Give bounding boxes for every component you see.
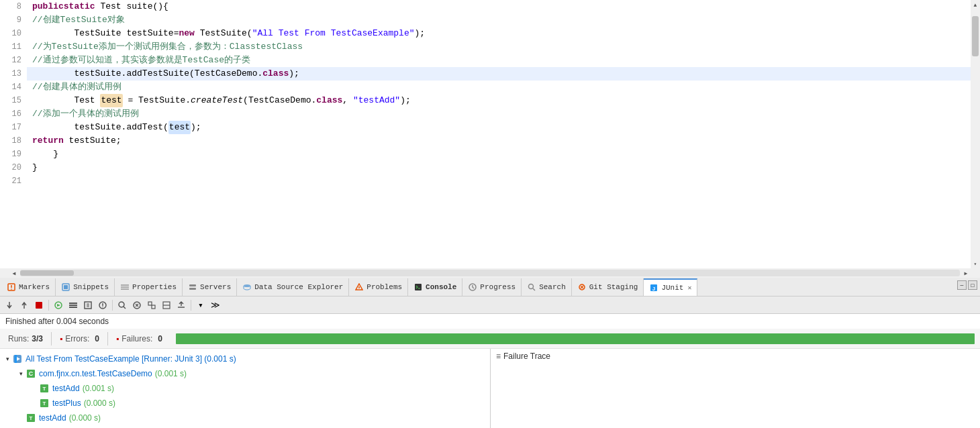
line-number: 15 (0, 94, 21, 107)
svg-point-10 (244, 284, 250, 287)
line-number: 19 (0, 148, 21, 161)
toolbar-btn-1[interactable] (3, 299, 16, 312)
toolbar-btn-11[interactable] (160, 299, 173, 312)
toolbar-btn-9[interactable] (130, 299, 144, 312)
tab-problems[interactable]: Problems (349, 278, 408, 296)
runs-label: Runs: (8, 334, 29, 343)
toolbar-dropdown-btn[interactable]: ▾ (194, 299, 207, 312)
svg-rect-31 (148, 302, 152, 305)
h-scroll-right[interactable]: ▶ (961, 268, 971, 278)
toolbar-btn-10[interactable] (145, 299, 158, 312)
tab-progress[interactable]: Progress (462, 278, 522, 296)
failure-trace-title: Failure Trace (503, 352, 550, 361)
code-lines: public static Test suite(){ //创建TestSuit… (27, 0, 971, 268)
code-line (27, 174, 971, 188)
toolbar-btn-6[interactable] (81, 299, 95, 312)
toolbar-btn-7[interactable] (96, 299, 109, 312)
code-line: //添加一个具体的测试用例 (27, 107, 971, 121)
tree-item-time: (0.001 s) (155, 369, 187, 378)
scrollbar-thumb[interactable] (972, 16, 979, 56)
failures-section: ▪ Failures: 0 (108, 329, 170, 348)
suite-icon (12, 354, 23, 364)
failure-trace-header: ≡Failure Trace (496, 352, 975, 361)
datasource-icon (242, 282, 252, 292)
toolbar-search-btn[interactable] (115, 299, 129, 312)
svg-line-29 (124, 307, 126, 309)
tab-label-console: Console (426, 283, 456, 291)
runs-section: Runs: 3/3 (0, 329, 51, 348)
tab-gitstaging[interactable]: Git Staging (572, 278, 644, 296)
horizontal-scrollbar[interactable]: ◀ ▶ (0, 268, 980, 278)
tab-label-junit: JUnit (661, 284, 683, 292)
tree-item-time: (0.001 s) (83, 384, 114, 393)
maximize-button[interactable]: □ (968, 280, 977, 290)
vertical-scrollbar[interactable]: ▲ ▾ (971, 0, 980, 268)
h-scrollbar-thumb[interactable] (20, 270, 74, 276)
line-numbers: 89101112131415161718192021 (0, 0, 27, 268)
failure-trace-menu-icon: ≡ (496, 352, 501, 361)
svg-rect-21 (36, 302, 42, 309)
code-line: testSuite.addTestSuite(TestCaseDemo.clas… (27, 67, 971, 81)
code-line: Test test = TestSuite.createTest(TestCas… (27, 94, 971, 107)
gitstaging-icon (577, 282, 587, 292)
tree-item[interactable]: TtestAdd (0.001 s) (0, 381, 490, 396)
svg-rect-8 (189, 284, 196, 286)
scroll-up-arrow[interactable]: ▲ (971, 0, 980, 9)
tab-markers[interactable]: Markers (1, 278, 56, 296)
toolbar-rerun-btn[interactable] (52, 299, 65, 312)
tab-junit[interactable]: JJUnit✕ (644, 278, 697, 296)
line-number: 17 (0, 121, 21, 134)
toolbar-more-btn[interactable]: ≫ (209, 299, 222, 312)
tab-snippets[interactable]: Snippets (56, 278, 115, 296)
test-tree: ▾All Test From TestCaseExample [Runner: … (0, 349, 980, 428)
toolbar-export-btn[interactable] (175, 299, 188, 312)
svg-line-17 (533, 288, 535, 290)
tab-bar: MarkersSnippetsPropertiesServersData Sou… (0, 278, 980, 297)
test-list: ▾All Test From TestCaseExample [Runner: … (0, 349, 490, 428)
failures-icon: ▪ (116, 334, 119, 343)
tree-item-label: testAdd (52, 384, 80, 393)
tab-properties[interactable]: Properties (115, 278, 183, 296)
scroll-down-arrow[interactable]: ▾ (971, 259, 980, 268)
code-line: } (27, 148, 971, 161)
line-number: 8 (0, 0, 21, 13)
tree-item[interactable]: ▾All Test From TestCaseExample [Runner: … (0, 352, 490, 366)
toolbar-stop-btn[interactable] (32, 299, 46, 312)
line-number: 14 (0, 81, 21, 94)
svg-text:T: T (30, 415, 33, 421)
failure-trace-panel: ≡Failure Trace⊞⊟ (490, 349, 980, 428)
tree-item[interactable]: TtestPlus (0.000 s) (0, 396, 490, 411)
tree-item-label: All Test From TestCaseExample [Runner: J… (26, 354, 236, 364)
junit-icon: J (649, 283, 658, 292)
servers-icon (188, 282, 197, 292)
code-line: } (27, 161, 971, 174)
tab-label-datasource: Data Source Explorer (254, 283, 343, 291)
h-scroll-left[interactable]: ◀ (9, 268, 19, 278)
tab-label-gitstaging: Git Staging (589, 283, 638, 291)
tab-servers[interactable]: Servers (183, 278, 237, 296)
minimize-button[interactable]: — (957, 280, 967, 290)
tree-arrow[interactable]: ▾ (3, 356, 12, 362)
toolbar-btn-5[interactable] (66, 299, 80, 312)
runs-value: 3/3 (32, 334, 43, 343)
finished-text: Finished after 0.004 seconds (0, 314, 980, 329)
svg-rect-24 (69, 303, 77, 304)
tab-label-search: Search (539, 283, 566, 291)
tree-item[interactable]: TtestAdd (0.000 s) (0, 411, 490, 425)
line-number: 21 (0, 174, 21, 188)
tree-arrow[interactable]: ▾ (16, 370, 26, 377)
line-number: 16 (0, 107, 21, 121)
snippets-icon (61, 282, 70, 292)
tab-console[interactable]: Console (408, 278, 462, 296)
tree-item[interactable]: ▾Ccom.fjnx.cn.test.TestCaseDemo (0.001 s… (0, 366, 490, 381)
tab-datasource[interactable]: Data Source Explorer (237, 278, 349, 296)
toolbar-btn-2[interactable] (17, 299, 31, 312)
tree-item-time: (0.000 s) (84, 398, 115, 408)
tab-search[interactable]: Search (522, 278, 572, 296)
svg-point-28 (119, 302, 124, 307)
line-number: 18 (0, 134, 21, 148)
tab-label-snippets: Snippets (73, 283, 109, 291)
tree-item-label: testAdd (39, 413, 66, 423)
tab-close-button[interactable]: ✕ (687, 284, 691, 292)
failures-value: 0 (158, 334, 162, 343)
